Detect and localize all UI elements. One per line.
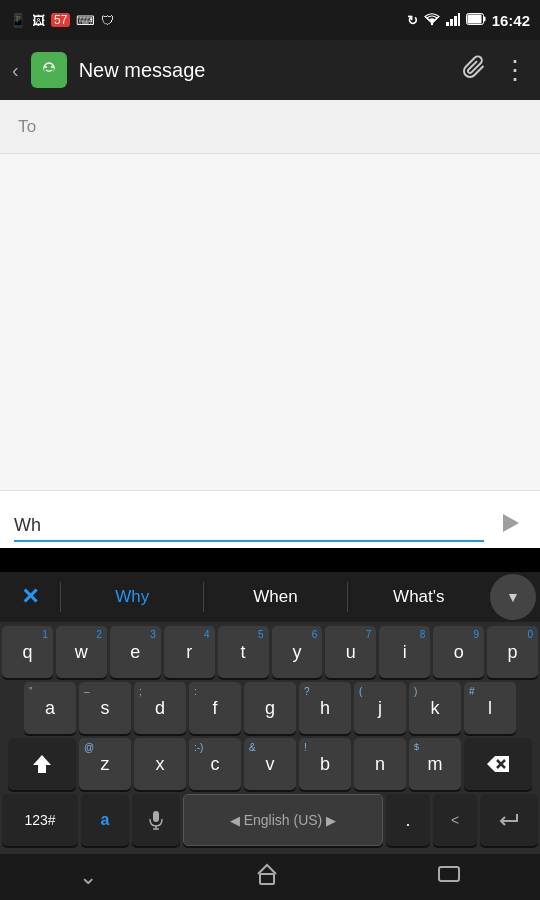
key-i[interactable]: 8i [379, 626, 430, 678]
key-u[interactable]: 7u [325, 626, 376, 678]
recents-nav-button[interactable] [417, 856, 481, 898]
svg-marker-11 [33, 755, 51, 773]
compose-area: To [0, 100, 540, 490]
back-button[interactable]: ‹ [12, 59, 19, 82]
keys-area: 1q 2w 3e 4r 5t 6y 7u 8i 9o 0p "a –s ;d :… [0, 622, 540, 854]
space-label: English (US) [244, 812, 323, 828]
text-input-wrapper[interactable] [14, 515, 484, 542]
svg-rect-2 [450, 19, 453, 26]
key-p[interactable]: 0p [487, 626, 538, 678]
status-right-icons: ↻ 16:42 [407, 12, 530, 29]
message-body[interactable] [0, 154, 540, 490]
key-n[interactable]: n [354, 738, 406, 790]
num-key[interactable]: 123# [2, 794, 78, 846]
key-z[interactable]: @z [79, 738, 131, 790]
key-d[interactable]: ;d [134, 682, 186, 734]
keyboard-icon: ⌨ [76, 13, 95, 28]
key-a[interactable]: "a [24, 682, 76, 734]
home-nav-button[interactable] [235, 854, 299, 900]
key-row-3: @z x :-)c &v !b n $m [2, 738, 538, 790]
wifi-icon [424, 12, 440, 29]
amazon-icon: a [101, 811, 110, 829]
key-f[interactable]: :f [189, 682, 241, 734]
svg-rect-6 [483, 17, 485, 22]
right-arrow-icon: ▶ [326, 813, 336, 828]
app-icon [31, 52, 67, 88]
suggestion-when[interactable]: When [204, 572, 346, 622]
emoji-key[interactable]: a [81, 794, 129, 846]
key-b[interactable]: !b [299, 738, 351, 790]
bottom-nav: ⌄ [0, 854, 540, 900]
space-key[interactable]: ◀ English (US) ▶ [183, 794, 383, 846]
svg-rect-17 [260, 874, 274, 884]
shift-key[interactable] [8, 738, 76, 790]
keyboard: ✕ Why When What's ▼ 1q 2w 3e 4r 5t 6y 7u… [0, 572, 540, 900]
message-input[interactable] [14, 515, 484, 536]
back-nav-button[interactable]: ⌄ [59, 856, 117, 898]
sim-icon: ↻ [407, 13, 418, 28]
key-t[interactable]: 5t [218, 626, 269, 678]
app-bar-actions: ⋮ [462, 55, 528, 85]
backspace-key[interactable] [464, 738, 532, 790]
svg-rect-1 [446, 22, 449, 26]
clock: 16:42 [492, 12, 530, 29]
close-icon: ✕ [21, 584, 39, 610]
signal-icon [446, 12, 460, 29]
key-c[interactable]: :-)c [189, 738, 241, 790]
suggestion-dropdown-button[interactable]: ▼ [490, 574, 536, 620]
less-than-key[interactable]: < [433, 794, 477, 846]
key-row-4: 123# a ◀ English (US) ▶ . < [2, 794, 538, 846]
svg-point-0 [430, 22, 432, 24]
svg-rect-7 [467, 15, 481, 24]
app-title: New message [79, 59, 450, 82]
suggestion-close-button[interactable]: ✕ [0, 572, 60, 622]
battery-icon [466, 12, 486, 28]
status-bar: 📱 🖼 57 ⌨ 🛡 ↻ 16:42 [0, 0, 540, 40]
key-h[interactable]: ?h [299, 682, 351, 734]
key-v[interactable]: &v [244, 738, 296, 790]
period-key[interactable]: . [386, 794, 430, 846]
key-e[interactable]: 3e [110, 626, 161, 678]
to-label: To [18, 117, 37, 137]
svg-rect-3 [454, 16, 457, 26]
more-button[interactable]: ⋮ [502, 64, 528, 77]
send-button[interactable] [492, 504, 530, 542]
shield-icon: 🛡 [101, 13, 114, 28]
suggestions-bar: ✕ Why When What's ▼ [0, 572, 540, 622]
app-bar: ‹ New message ⋮ [0, 40, 540, 100]
key-s[interactable]: –s [79, 682, 131, 734]
input-bar [0, 490, 540, 548]
to-input[interactable] [45, 100, 522, 153]
attach-button[interactable] [462, 55, 486, 85]
mic-key[interactable] [132, 794, 180, 846]
chevron-down-icon: ▼ [506, 589, 520, 605]
enter-key[interactable] [480, 794, 538, 846]
key-x[interactable]: x [134, 738, 186, 790]
svg-point-9 [45, 66, 47, 68]
key-row-2: "a –s ;d :f g ?h (j )k #l [2, 682, 538, 734]
image-icon: 🖼 [32, 13, 45, 28]
key-w[interactable]: 2w [56, 626, 107, 678]
key-row-1: 1q 2w 3e 4r 5t 6y 7u 8i 9o 0p [2, 626, 538, 678]
key-o[interactable]: 9o [433, 626, 484, 678]
badge-57: 57 [51, 13, 70, 27]
key-j[interactable]: (j [354, 682, 406, 734]
suggestion-whats[interactable]: What's [348, 572, 490, 622]
key-k[interactable]: )k [409, 682, 461, 734]
key-l[interactable]: #l [464, 682, 516, 734]
notification-icon: 📱 [10, 13, 26, 28]
key-g[interactable]: g [244, 682, 296, 734]
key-q[interactable]: 1q [2, 626, 53, 678]
svg-rect-4 [458, 13, 460, 26]
svg-rect-18 [439, 867, 459, 881]
to-field[interactable]: To [0, 100, 540, 154]
suggestion-why[interactable]: Why [61, 572, 203, 622]
left-arrow-icon: ◀ [230, 813, 240, 828]
status-left-icons: 📱 🖼 57 ⌨ 🛡 [10, 13, 114, 28]
key-y[interactable]: 6y [272, 626, 323, 678]
key-m[interactable]: $m [409, 738, 461, 790]
key-r[interactable]: 4r [164, 626, 215, 678]
svg-rect-14 [153, 811, 159, 822]
svg-point-10 [51, 66, 53, 68]
